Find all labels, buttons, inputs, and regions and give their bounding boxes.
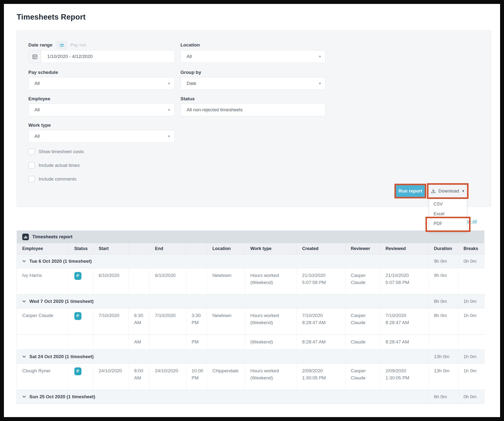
table-header-row: EmployeeStatusStartEndLocationWork typeC… bbox=[17, 243, 485, 254]
group-row: Tue 6 Oct 2020 (1 timesheet)9h 0m0h 0m bbox=[17, 254, 485, 268]
cell-duration bbox=[428, 335, 458, 350]
cell-reviewed: 2/09/20201:30:05 PM bbox=[380, 364, 428, 390]
cell-breaks: 1h 0m bbox=[458, 308, 485, 335]
table-row: Casper ClaudeP7/10/20206:30AM7/10/20203:… bbox=[17, 308, 485, 335]
checkbox-include-comments[interactable] bbox=[28, 176, 35, 182]
caret-down-icon: ▾ bbox=[168, 134, 174, 138]
employee-value: All bbox=[29, 107, 40, 113]
group-row-label-cell[interactable]: Tue 6 Oct 2020 (1 timesheet) bbox=[17, 254, 428, 268]
column-header-start_date: Start bbox=[93, 243, 129, 254]
cell-work_type: Hours worked(Weekend) bbox=[245, 268, 297, 295]
cell-reviewer: Claude bbox=[345, 335, 380, 350]
show-timesheet-costs-option[interactable]: Show timesheet costs bbox=[28, 148, 84, 155]
cell-breaks bbox=[458, 268, 485, 295]
checkbox-label: Include actual times bbox=[39, 163, 80, 168]
cell-location: Newtown bbox=[207, 308, 245, 335]
cell-reviewed: 8:28:47 AM bbox=[380, 335, 428, 350]
date-mode-toggle-button[interactable] bbox=[57, 41, 67, 49]
download-button[interactable]: Download ▼ bbox=[428, 185, 467, 197]
cell-location bbox=[207, 335, 245, 350]
cell-duration: 13h 0m bbox=[428, 364, 458, 390]
include-comments-option[interactable]: Include comments bbox=[28, 176, 76, 182]
menu-item-excel[interactable]: Excel bbox=[429, 209, 467, 219]
table-row: Ivy HarrisP6/10/20206/10/2020NewtownHour… bbox=[17, 268, 485, 295]
download-label: Download bbox=[438, 188, 459, 194]
date-range-input[interactable]: 1/10/2020 - 4/12/2020 bbox=[28, 50, 175, 63]
checkbox-show-timesheet-costs[interactable] bbox=[28, 148, 35, 155]
cell-location: Newtown bbox=[207, 268, 245, 295]
filter-panel: Date range Pay run bbox=[17, 30, 491, 207]
timesheets-report-page: Timesheets Report Date range Pay run bbox=[4, 4, 500, 417]
column-header-end_date: End bbox=[149, 243, 186, 254]
column-header-status: Status bbox=[69, 243, 93, 254]
location-label: Location bbox=[180, 42, 200, 48]
location-select[interactable]: All ▾ bbox=[180, 50, 325, 63]
cell-status: P bbox=[69, 308, 93, 335]
caret-down-icon: ▾ bbox=[319, 54, 325, 59]
menu-item-pdf[interactable]: PDF bbox=[429, 219, 467, 228]
work-type-select[interactable]: All ▾ bbox=[28, 130, 175, 143]
cell-reviewer: CasperClaude bbox=[345, 364, 380, 390]
employee-select[interactable]: All ▾ bbox=[28, 103, 175, 116]
column-header-reviewer: Reviewer bbox=[345, 243, 380, 254]
cell-breaks bbox=[458, 335, 485, 350]
work-type-value: All bbox=[29, 134, 40, 139]
work-type-label: Work type bbox=[28, 123, 51, 128]
cell-start_date: 6/10/2020 bbox=[93, 268, 129, 295]
pay-run-label[interactable]: Pay run bbox=[70, 42, 86, 48]
group-duration-cell: 13h 0m bbox=[428, 350, 458, 364]
group-row-label-cell[interactable]: Wed 7 Oct 2020 (1 timesheet) bbox=[17, 295, 428, 308]
cell-duration: 8h 0m bbox=[428, 308, 458, 335]
cell-status: P bbox=[69, 268, 93, 295]
collapse-all-link[interactable]: se all bbox=[466, 219, 477, 224]
cell-status: P bbox=[69, 364, 93, 390]
menu-item-csv[interactable]: CSV bbox=[429, 199, 467, 209]
group-row-label: Sun 25 Oct 2020 (1 timesheet) bbox=[29, 393, 95, 400]
cell-location: Chippendale bbox=[207, 364, 245, 390]
run-report-annotation: Run report bbox=[394, 184, 426, 198]
include-actual-times-option[interactable]: Include actual times bbox=[28, 162, 80, 169]
group-row-label-cell[interactable]: Sun 25 Oct 2020 (1 timesheet) bbox=[17, 390, 428, 404]
cell-work_type: Hours worked(Weekend) bbox=[245, 364, 297, 390]
date-range-value: 1/10/2020 - 4/12/2020 bbox=[41, 54, 93, 59]
run-report-button[interactable]: Run report bbox=[396, 185, 425, 197]
chevron-down-icon bbox=[22, 355, 26, 358]
group-row-label-cell[interactable]: Sat 24 Oct 2020 (1 timesheet) bbox=[17, 350, 428, 364]
cell-work_type: (Weekend) bbox=[245, 335, 297, 350]
group-breaks-cell: 0h 0m bbox=[458, 254, 485, 268]
calendar-icon-slot bbox=[29, 50, 41, 63]
pay-schedule-select[interactable]: All ▾ bbox=[28, 77, 175, 90]
cell-start_time: AM bbox=[129, 335, 149, 350]
cell-end_date: 24/10/2020 bbox=[149, 364, 186, 390]
cell-reviewer: CasperClaude bbox=[345, 268, 380, 295]
cell-employee: Ivy Harris bbox=[17, 268, 69, 295]
caret-down-icon: ▾ bbox=[168, 81, 174, 86]
checkbox-label: Show timesheet costs bbox=[39, 149, 84, 154]
group-row: Sun 25 Oct 2020 (1 timesheet)6h 0m0h 0m bbox=[17, 390, 485, 404]
status-input[interactable]: All non-rejected timesheets bbox=[180, 103, 325, 116]
cell-breaks: 1h 0m bbox=[458, 364, 485, 390]
page-title: Timesheets Report bbox=[17, 13, 86, 22]
table-row: Clough RynerP24/10/20208:00AM24/10/20201… bbox=[17, 364, 485, 390]
cell-reviewer: CasperClaude bbox=[345, 308, 380, 335]
column-header-reviewed: Reviewed bbox=[380, 243, 428, 254]
cell-employee bbox=[17, 335, 69, 350]
cell-created: 21/10/20205:07:58 PM bbox=[297, 268, 345, 295]
group-by-value: Date bbox=[181, 81, 196, 86]
group-by-select[interactable]: Date ▾ bbox=[180, 77, 325, 90]
caret-down-icon: ▾ bbox=[319, 81, 325, 86]
employee-label: Employee bbox=[28, 96, 50, 102]
swap-arrows-icon bbox=[59, 43, 65, 47]
cell-start_time: 6:30AM bbox=[129, 308, 149, 335]
status-label: Status bbox=[180, 96, 195, 102]
checkbox-label: Include comments bbox=[39, 176, 76, 182]
cell-status bbox=[69, 335, 93, 350]
group-duration-cell: 8h 0m bbox=[428, 295, 458, 308]
group-row-label: Tue 6 Oct 2020 (1 timesheet) bbox=[29, 258, 92, 265]
checkbox-include-actual-times[interactable] bbox=[28, 162, 35, 169]
cell-end_date: 6/10/2020 bbox=[149, 268, 186, 295]
cell-created: 7/10/20208:28:47 AM bbox=[297, 308, 345, 335]
group-row-label: Sat 24 Oct 2020 (1 timesheet) bbox=[29, 353, 94, 360]
cell-end_time: 3:30PM bbox=[186, 308, 207, 335]
report-icon bbox=[22, 234, 29, 240]
